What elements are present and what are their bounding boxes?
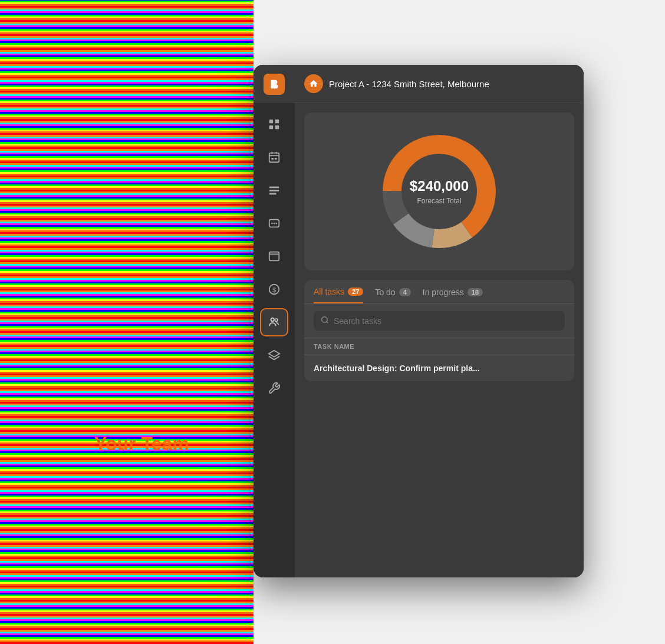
svg-rect-0: [269, 120, 273, 123]
svg-rect-9: [275, 158, 277, 160]
tab-inprogress-badge: 18: [468, 288, 483, 296]
app-window: $ Project A - 1234 Smith Street, Melbour…: [254, 65, 584, 577]
search-box[interactable]: [314, 311, 565, 331]
svg-point-21: [275, 319, 278, 322]
your-team-label: Your Team: [94, 433, 189, 455]
svg-rect-10: [269, 187, 279, 189]
sidebar: $: [254, 65, 295, 577]
donut-center: $240,000 Forecast Total: [410, 178, 469, 205]
sidebar-logo: [254, 65, 295, 103]
sidebar-item-tasks-list[interactable]: [260, 176, 288, 204]
project-title: Project A - 1234 Smith Street, Melbourne: [329, 79, 489, 89]
svg-rect-2: [269, 126, 273, 129]
tab-todo[interactable]: To do 4: [375, 288, 410, 303]
donut-chart: $240,000 Forecast Total: [374, 127, 504, 256]
svg-rect-8: [271, 158, 274, 160]
chart-card: $240,000 Forecast Total: [304, 113, 574, 270]
svg-marker-22: [269, 351, 279, 357]
svg-rect-3: [275, 126, 279, 129]
search-icon: [321, 316, 329, 326]
svg-rect-12: [269, 193, 276, 195]
tab-all-badge: 27: [348, 288, 363, 296]
sidebar-item-calendar[interactable]: [260, 143, 288, 171]
search-input[interactable]: [334, 316, 558, 326]
home-icon: [304, 74, 323, 93]
tab-all-label: All tasks: [314, 287, 344, 296]
app-logo[interactable]: [264, 74, 285, 95]
svg-point-13: [271, 223, 273, 224]
svg-point-14: [274, 223, 275, 224]
sidebar-item-team[interactable]: [260, 308, 288, 336]
table-row[interactable]: Architectural Design: Confirm permit pla…: [304, 355, 574, 381]
forecast-label: Forecast Total: [410, 197, 469, 205]
forecast-amount: $240,000: [410, 178, 469, 194]
sidebar-item-files[interactable]: [260, 242, 288, 270]
svg-text:$: $: [272, 286, 276, 293]
tab-todo-badge: 4: [399, 288, 411, 296]
tasks-card: All tasks 27 To do 4 In progress 18: [304, 280, 574, 381]
sidebar-item-tools[interactable]: [260, 374, 288, 402]
sidebar-nav: $: [260, 103, 288, 577]
sidebar-item-dashboard[interactable]: [260, 110, 288, 138]
main-content: Project A - 1234 Smith Street, Melbourne: [295, 65, 584, 577]
sidebar-item-budget[interactable]: $: [260, 275, 288, 303]
svg-rect-4: [269, 153, 279, 163]
background-static: [0, 0, 254, 644]
table-header-task-name: TASK NAME: [304, 338, 574, 355]
svg-point-27: [322, 317, 327, 322]
tab-todo-label: To do: [375, 288, 395, 297]
app-header: Project A - 1234 Smith Street, Melbourne: [295, 65, 584, 103]
svg-rect-1: [275, 120, 279, 123]
svg-rect-11: [269, 190, 279, 191]
tasks-search-area: [304, 304, 574, 338]
svg-point-15: [275, 223, 277, 224]
sidebar-item-messages[interactable]: [260, 209, 288, 237]
tab-all-tasks[interactable]: All tasks 27: [314, 287, 363, 303]
tab-inprogress[interactable]: In progress 18: [423, 288, 483, 303]
tab-inprogress-label: In progress: [423, 288, 464, 297]
sidebar-item-layers[interactable]: [260, 341, 288, 369]
tasks-tabs: All tasks 27 To do 4 In progress 18: [304, 280, 574, 304]
svg-point-20: [271, 318, 275, 322]
svg-rect-17: [269, 252, 279, 261]
content-body: $240,000 Forecast Total All tasks 27 To …: [295, 103, 584, 577]
